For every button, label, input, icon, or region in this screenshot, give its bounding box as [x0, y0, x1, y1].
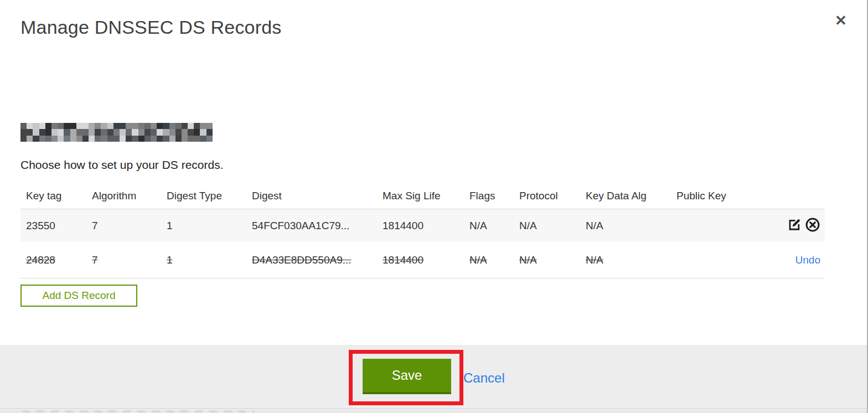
cancel-link[interactable]: Cancel: [463, 370, 505, 386]
algorithm-value: 7: [92, 220, 167, 232]
circled-x-icon: [805, 217, 820, 234]
digest-type-value: 1: [167, 254, 252, 266]
close-icon[interactable]: ✕: [831, 11, 850, 30]
key-data-alg-value: N/A: [586, 254, 676, 266]
redacted-domain-name: [20, 123, 213, 142]
column-header-protocol: Protocol: [519, 190, 586, 202]
key-tag-value: 24828: [26, 254, 92, 266]
key-tag-value: 23550: [26, 220, 92, 232]
modal-footer: Save Cancel: [0, 345, 867, 409]
column-header-key-data-alg: Key Data Alg: [586, 190, 676, 202]
digest-value: 54FCF030AA1C79...: [252, 220, 383, 232]
key-data-alg-value: N/A: [586, 220, 676, 232]
page-below-modal-strip: [0, 410, 867, 413]
edit-icon: [787, 218, 802, 234]
column-header-algorithm: Algorithm: [92, 190, 167, 202]
column-header-digest: Digest: [252, 190, 383, 202]
save-button[interactable]: Save: [363, 359, 451, 394]
instruction-text: Choose how to set up your DS records.: [20, 158, 224, 172]
table-row-deleted: 24828 7 1 D4A33E8DD550A9... 1814400 N/A …: [20, 242, 825, 278]
digest-type-value: 1: [167, 220, 252, 232]
max-sig-life-value: 1814400: [383, 220, 469, 232]
column-header-key-tag: Key tag: [26, 190, 92, 202]
column-header-public-key: Public Key: [676, 190, 760, 202]
table-row: 23550 7 1 54FCF030AA1C79... 1814400 N/A …: [20, 209, 825, 242]
add-ds-record-button[interactable]: Add DS Record: [20, 285, 137, 307]
flags-value: N/A: [469, 220, 519, 232]
digest-value: D4A33E8DD550A9...: [252, 254, 383, 266]
protocol-value: N/A: [519, 254, 586, 266]
undo-link[interactable]: Undo: [795, 254, 820, 266]
column-header-flags: Flags: [469, 190, 519, 202]
delete-record-button[interactable]: [805, 217, 820, 234]
flags-value: N/A: [469, 254, 519, 266]
manage-dnssec-modal: Manage DNSSEC DS Records ✕ Choose how to…: [0, 0, 867, 413]
edit-record-button[interactable]: [787, 218, 802, 234]
protocol-value: N/A: [519, 220, 586, 232]
max-sig-life-value: 1814400: [383, 254, 469, 266]
ds-records-table: Key tag Algorithm Digest Type Digest Max…: [20, 183, 825, 278]
algorithm-value: 7: [92, 254, 167, 266]
table-header-row: Key tag Algorithm Digest Type Digest Max…: [20, 183, 825, 209]
column-header-max-sig-life: Max Sig Life: [383, 190, 469, 202]
column-header-digest-type: Digest Type: [167, 190, 252, 202]
blurred-background-content: [22, 410, 255, 412]
page-title: Manage DNSSEC DS Records: [20, 17, 282, 38]
